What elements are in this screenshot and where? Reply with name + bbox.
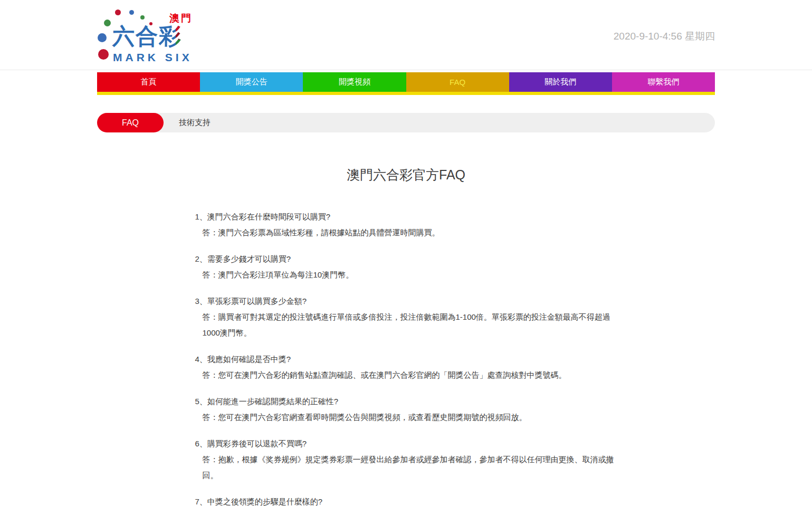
faq-answer: 答：澳門六合彩票為區域性彩種，請根據站點的具體營運時間購買。: [195, 225, 617, 241]
faq-answer: 答：您可在澳門六合彩的銷售站點查詢確認、或在澳門六合彩官網的「開獎公告」處查詢核…: [195, 367, 617, 383]
faq-question: 5、如何能進一步確認開獎結果的正確性?: [195, 394, 617, 409]
page-title: 澳門六合彩官方FAQ: [195, 167, 617, 183]
faq-item: 5、如何能進一步確認開獎結果的正確性? 答：您可在澳門六合彩官網查看即時開獎公告…: [195, 394, 617, 425]
faq-question: 7、中獎之後領獎的步驟是什麼樣的?: [195, 494, 617, 506]
faq-item: 4、我應如何確認是否中獎? 答：您可在澳門六合彩的銷售站點查詢確認、或在澳門六合…: [195, 351, 617, 383]
subnav: FAQ 技術支持: [97, 113, 715, 132]
faq-list: 1、澳門六合彩在什麼時間段可以購買? 答：澳門六合彩票為區域性彩種，請根據站點的…: [195, 209, 617, 506]
main-nav: 首頁開獎公告開獎視頻FAQ關於我們聯繫我們: [97, 72, 715, 95]
logo-region-text: 澳門: [169, 12, 193, 25]
nav-tab-label: FAQ: [450, 78, 465, 87]
faq-answer: 答：抱歉，根據《奖券规例》規定獎券彩票一經發出給參加者或經參加者確認，參加者不得…: [195, 452, 617, 483]
logo-dot: [129, 10, 134, 15]
nav-tab-draw-video[interactable]: 開獎視頻: [303, 72, 406, 92]
nav-tab-faq[interactable]: FAQ: [406, 72, 509, 92]
nav-tab-contact-us[interactable]: 聯繫我們: [612, 72, 715, 92]
logo-dot: [115, 9, 121, 15]
nav-tab-label: 關於我們: [544, 77, 576, 87]
logo-dot: [104, 20, 111, 26]
logo-dot: [98, 49, 109, 60]
faq-item: 1、澳門六合彩在什麼時間段可以購買? 答：澳門六合彩票為區域性彩種，請根據站點的…: [195, 209, 617, 241]
logo-dot: [140, 15, 145, 20]
logo-main-text: 六合彩: [112, 24, 182, 49]
site-header: 六合彩 澳門 MARK SIX 2020-9-10-4:56 星期四: [0, 0, 812, 70]
faq-answer: 答：您可在澳門六合彩官網查看即時開獎公告與開獎視頻，或查看歷史開獎期號的視頻回放…: [195, 409, 617, 425]
logo-main-prefix: 六合: [112, 24, 159, 49]
faq-question: 4、我應如何確認是否中獎?: [195, 351, 617, 367]
nav-tab-label: 首頁: [141, 77, 157, 87]
subnav-item-tech-support[interactable]: 技術支持: [179, 118, 211, 128]
datetime: 2020-9-10-4:56 星期四: [614, 30, 715, 43]
nav-tab-home[interactable]: 首頁: [97, 72, 200, 92]
faq-question: 2、需要多少錢才可以購買?: [195, 251, 617, 267]
subnav-tab-faq[interactable]: FAQ: [97, 113, 164, 132]
faq-item: 2、需要多少錢才可以購買? 答：澳門六合彩注項單位為每注10澳門幣。: [195, 251, 617, 283]
nav-tab-label: 開獎視頻: [339, 77, 370, 87]
nav-tab-draw-results[interactable]: 開獎公告: [200, 72, 303, 92]
faq-question: 1、澳門六合彩在什麼時間段可以購買?: [195, 209, 617, 225]
page: 六合彩 澳門 MARK SIX 2020-9-10-4:56 星期四 首頁開獎公…: [0, 0, 812, 506]
faq-answer: 答：澳門六合彩注項單位為每注10澳門幣。: [195, 267, 617, 283]
faq-item: 3、單張彩票可以購買多少金額? 答：購買者可對其選定的投注號碼進行單倍或多倍投注…: [195, 293, 617, 341]
site-logo[interactable]: 六合彩 澳門 MARK SIX: [97, 4, 207, 65]
nav-underline: [97, 92, 715, 95]
logo-main-accent: 彩: [159, 24, 182, 49]
faq-question: 6、購買彩券後可以退款不買嗎?: [195, 436, 617, 452]
faq-question: 3、單張彩票可以購買多少金額?: [195, 293, 617, 309]
logo-sub-text: MARK SIX: [113, 51, 193, 64]
faq-item: 7、中獎之後領獎的步驟是什麼樣的?: [195, 494, 617, 506]
content: 澳門六合彩官方FAQ 1、澳門六合彩在什麼時間段可以購買? 答：澳門六合彩票為區…: [195, 167, 617, 506]
nav-tab-about-us[interactable]: 關於我們: [509, 72, 612, 92]
logo-dot: [98, 33, 107, 42]
nav-tab-label: 聯繫我們: [647, 77, 679, 87]
faq-item: 6、購買彩券後可以退款不買嗎? 答：抱歉，根據《奖券规例》規定獎券彩票一經發出給…: [195, 436, 617, 483]
nav-tab-label: 開獎公告: [236, 77, 268, 87]
faq-answer: 答：購買者可對其選定的投注號碼進行單倍或多倍投注，投注倍數範圍為1-100倍。單…: [195, 309, 617, 341]
nav-tabs: 首頁開獎公告開獎視頻FAQ關於我們聯繫我們: [97, 72, 715, 92]
